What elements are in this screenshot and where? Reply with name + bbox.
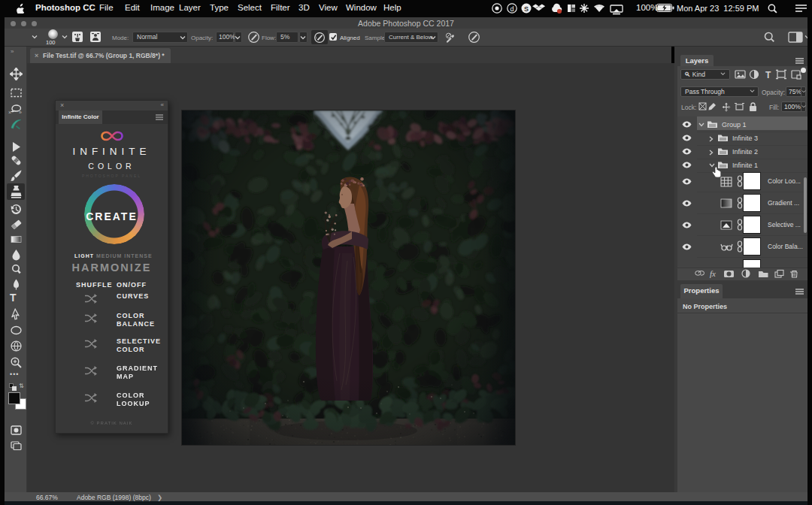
svg-text:T: T xyxy=(765,70,771,80)
svg-text:d: d xyxy=(511,5,514,13)
svg-text:fx: fx xyxy=(710,269,716,278)
svg-text:S: S xyxy=(524,5,529,13)
